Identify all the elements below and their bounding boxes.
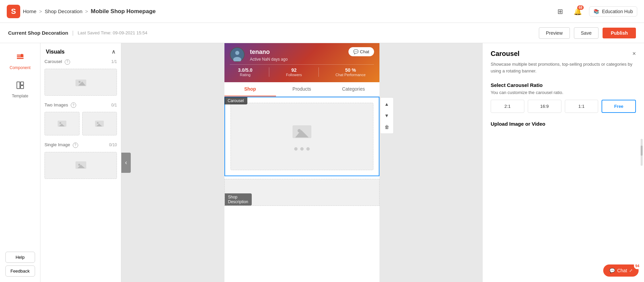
carousel-help-icon[interactable]: ? bbox=[65, 59, 70, 65]
toolbar-right: Preview Save Publish bbox=[539, 27, 636, 39]
breadcrumb-home[interactable]: Home bbox=[23, 8, 36, 14]
education-hub-button[interactable]: 📚 Education Hub bbox=[589, 6, 637, 17]
right-panel-description: Showcase multiple best promotions, top-s… bbox=[491, 61, 636, 74]
image-thumb-right[interactable] bbox=[82, 112, 117, 135]
sidebar-item-template[interactable]: Template bbox=[0, 77, 40, 102]
two-images-title: Two Images ? 0/1 bbox=[44, 101, 117, 109]
notification-bell-button[interactable]: 🔔 68 bbox=[572, 5, 584, 18]
shopee-logo: S bbox=[7, 5, 20, 18]
tab-shop[interactable]: Shop bbox=[224, 82, 276, 96]
preview-chat-button[interactable]: 💬 Chat bbox=[348, 47, 374, 56]
chat-float-button[interactable]: 💬 Chat ⤢ 94 bbox=[603, 264, 639, 277]
svg-rect-2 bbox=[17, 58, 24, 59]
svg-point-10 bbox=[59, 122, 61, 124]
ratio-free-button[interactable]: Free bbox=[602, 100, 636, 113]
publish-button[interactable]: Publish bbox=[603, 28, 636, 38]
chat-bubble-icon: 💬 bbox=[353, 49, 359, 54]
stat-sep-2 bbox=[318, 67, 319, 77]
breadcrumb-sep-2: > bbox=[85, 8, 88, 14]
current-decoration-title: Current Shop Decoration bbox=[8, 30, 68, 36]
carousel-dot-3 bbox=[306, 147, 310, 151]
carousel-ratio-title: Select Carousel Ratio bbox=[491, 82, 636, 88]
sidebar-component-label: Component bbox=[9, 65, 30, 70]
nav-right: ⊞ 🔔 68 📚 Education Hub bbox=[554, 5, 637, 18]
ratio-options: 2:1 16:9 1:1 Free bbox=[491, 100, 636, 113]
component-icon bbox=[16, 54, 25, 63]
toolbar-divider: | bbox=[72, 30, 73, 36]
grid-icon-button[interactable]: ⊞ bbox=[554, 5, 566, 18]
carousel-label: Carousel ? bbox=[44, 59, 70, 65]
feedback-button[interactable]: Feedback bbox=[5, 265, 35, 277]
expand-icon: ⤢ bbox=[629, 268, 633, 273]
tab-categories[interactable]: Categories bbox=[328, 82, 379, 96]
sidebar-template-label: Template bbox=[12, 94, 28, 98]
svg-rect-5 bbox=[21, 86, 24, 89]
ratio-2-1-button[interactable]: 2:1 bbox=[491, 100, 524, 113]
breadcrumb-current-page: Mobile Shop Homepage bbox=[91, 8, 156, 15]
delete-block-button[interactable]: 🗑 bbox=[382, 122, 392, 132]
top-nav: S Home > Shop Decoration > Mobile Shop H… bbox=[0, 0, 644, 23]
carousel-ratio-sub: You can customize the carousel ratio. bbox=[491, 90, 636, 95]
canvas-left-arrow[interactable]: ‹ bbox=[121, 153, 131, 173]
phone-preview: tenano Active NaN days ago 💬 Chat bbox=[224, 43, 379, 282]
help-button[interactable]: Help bbox=[5, 252, 35, 263]
toolbar: Current Shop Decoration | Last Saved Tim… bbox=[0, 23, 644, 43]
block-controls: ▲ ▼ 🗑 bbox=[380, 97, 394, 134]
chat-perf-label: Chat Performance bbox=[336, 73, 366, 77]
component-icon-wrap bbox=[16, 53, 25, 63]
preview-stat-followers: 92 Followers bbox=[286, 67, 302, 77]
right-panel-close-button[interactable]: × bbox=[632, 50, 636, 57]
breadcrumb-sep-1: > bbox=[39, 8, 42, 14]
left-arrow-icon: ‹ bbox=[125, 159, 127, 166]
chat-float-badge: 94 bbox=[634, 262, 641, 269]
carousel-dot-2 bbox=[300, 147, 304, 151]
ratio-16-9-button[interactable]: 16:9 bbox=[528, 100, 561, 113]
two-images-label: Two Images ? bbox=[44, 102, 76, 108]
single-image-thumbnail[interactable] bbox=[44, 152, 117, 179]
carousel-thumbnail[interactable] bbox=[44, 69, 117, 96]
chat-float-icon: 💬 bbox=[609, 268, 615, 273]
collapse-icon[interactable]: ∧ bbox=[112, 49, 116, 55]
nav-left: S Home > Shop Decoration > Mobile Shop H… bbox=[7, 5, 156, 18]
two-images-help-icon[interactable]: ? bbox=[71, 102, 76, 108]
save-button[interactable]: Save bbox=[574, 27, 599, 39]
carousel-placeholder-icon bbox=[292, 123, 312, 143]
sidebar-item-component[interactable]: Component bbox=[0, 49, 40, 74]
shop-desc-label: Shop Description bbox=[225, 193, 252, 206]
scrollbar-handle[interactable] bbox=[641, 146, 643, 156]
preview-shop-avatar bbox=[230, 47, 245, 62]
two-images-section: Two Images ? 0/1 bbox=[44, 101, 117, 136]
carousel-tag: Carousel bbox=[224, 97, 247, 104]
edu-hub-label: Education Hub bbox=[602, 9, 633, 14]
svg-point-16 bbox=[78, 164, 80, 166]
chat-perf-value: 50 % bbox=[336, 67, 366, 73]
single-image-help-icon[interactable]: ? bbox=[73, 143, 78, 148]
stat-sep-1 bbox=[269, 67, 269, 77]
ratio-1-1-button[interactable]: 1:1 bbox=[565, 100, 599, 113]
carousel-block[interactable]: Carousel bbox=[224, 97, 379, 176]
component-panel: Visuals ∧ Carousel ? 1/1 bbox=[40, 43, 121, 282]
carousel-dot-1 bbox=[294, 147, 298, 151]
main-layout: Component Template Help Feedback Visuals… bbox=[0, 43, 644, 282]
single-image-title: Single Image ? 0/10 bbox=[44, 141, 117, 149]
carousel-dots bbox=[294, 147, 310, 151]
carousel-content bbox=[231, 103, 373, 170]
shop-description-block[interactable]: Shop Description bbox=[224, 179, 379, 206]
carousel-section: Carousel ? 1/1 bbox=[44, 58, 117, 96]
move-down-button[interactable]: ▼ bbox=[382, 111, 392, 121]
tab-products[interactable]: Products bbox=[276, 82, 328, 96]
move-up-button[interactable]: ▲ bbox=[382, 99, 392, 109]
image-thumb-left[interactable] bbox=[44, 112, 80, 135]
svg-point-7 bbox=[79, 81, 81, 83]
rating-label: Rating bbox=[238, 73, 252, 77]
sidebar-dot bbox=[21, 54, 23, 57]
preview-button[interactable]: Preview bbox=[539, 27, 570, 39]
preview-chat-label: Chat bbox=[360, 49, 369, 54]
svg-point-13 bbox=[97, 122, 99, 124]
visuals-title: Visuals bbox=[46, 49, 65, 55]
two-images-row bbox=[44, 112, 117, 135]
scrollbar-thumb[interactable] bbox=[641, 139, 643, 166]
canvas-area: tenano Active NaN days ago 💬 Chat bbox=[121, 43, 482, 282]
svg-point-19 bbox=[235, 51, 239, 55]
breadcrumb-shop-decoration[interactable]: Shop Decoration bbox=[45, 8, 83, 14]
